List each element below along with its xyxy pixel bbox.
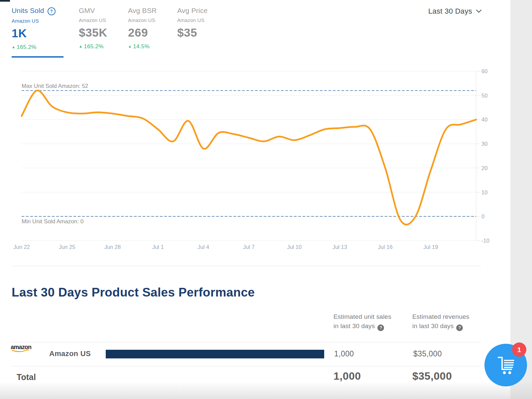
- metric-tab-avg-bsr[interactable]: Avg BSR Amazon US 269 ▲14.5%: [128, 7, 157, 50]
- metric-marketplace: Amazon US: [128, 17, 157, 23]
- y-axis-tick-label: -10: [481, 238, 489, 244]
- y-axis-tick-label: 40: [481, 116, 487, 122]
- up-arrow-icon: ▲: [128, 44, 132, 48]
- period-selector[interactable]: Last 30 Days: [428, 7, 481, 16]
- cart-count-badge: 1: [512, 342, 526, 357]
- metric-delta: ▲165.2%: [79, 43, 107, 50]
- metric-value: 269: [128, 26, 157, 39]
- total-revenue-value: $35,000: [412, 370, 452, 382]
- y-axis-tick-label: 0: [481, 213, 484, 219]
- total-label: Total: [17, 372, 36, 382]
- x-axis-tick-label: Jul 1: [152, 244, 164, 250]
- chevron-down-icon: [476, 10, 481, 13]
- metric-marketplace: Amazon US: [79, 17, 107, 23]
- metric-label: Units Sold?: [12, 7, 56, 15]
- y-axis-tick-label: 10: [481, 189, 487, 195]
- x-axis-tick-label: Jun 22: [13, 244, 30, 250]
- help-icon[interactable]: ?: [48, 7, 56, 15]
- y-axis-tick-label: 60: [481, 68, 487, 74]
- svg-text:amazon: amazon: [11, 344, 31, 350]
- help-icon[interactable]: ?: [377, 324, 384, 331]
- metric-tab-units-sold[interactable]: Units Sold? Amazon US 1K ▲165.2%: [12, 7, 56, 51]
- y-axis-tick-label: 20: [481, 165, 487, 171]
- x-axis-tick-label: Jun 25: [59, 244, 75, 250]
- right-gutter: [510, 0, 532, 399]
- up-arrow-icon: ▲: [79, 44, 82, 48]
- column-header-revenues: Estimated revenues in last 30 days?: [412, 312, 469, 331]
- annotation-label: Min Unit Sold Amazon: 0: [22, 218, 83, 225]
- x-axis-tick-label: Jul 19: [423, 244, 438, 250]
- metric-marketplace: Amazon US: [177, 17, 207, 23]
- column-header-unit-sales: Estimated unit sales in last 30 days?: [333, 312, 391, 331]
- shopping-cart-icon: [495, 354, 516, 376]
- y-axis-tick-label: 50: [481, 93, 487, 99]
- row-units-value: 1,000: [334, 349, 354, 358]
- total-units-value: 1,000: [333, 370, 361, 382]
- metric-tab-avg-price[interactable]: Avg Price Amazon US $35: [177, 7, 207, 39]
- metric-tab-gmv[interactable]: GMV Amazon US $35K ▲165.2%: [79, 7, 107, 50]
- metric-delta: ▲165.2%: [12, 44, 56, 51]
- row-revenue-value: $35,000: [413, 349, 442, 358]
- units-sold-line-chart: 6050403020100-10Jun 22Jun 25Jun 28Jul 1J…: [0, 65, 499, 265]
- metric-value: $35: [177, 26, 207, 39]
- units-sold-series-line: [22, 91, 476, 225]
- x-axis-tick-label: Jul 10: [287, 244, 302, 250]
- corner-notch: [0, 0, 10, 2]
- marketplace-name: Amazon US: [49, 349, 91, 358]
- metric-label: GMV: [79, 7, 107, 15]
- x-axis-tick-label: Jun 28: [104, 244, 121, 250]
- x-axis-tick-label: Jul 4: [198, 244, 209, 250]
- metric-value: 1K: [12, 27, 56, 40]
- x-axis-tick-label: Jul 7: [243, 244, 255, 250]
- metric-delta: ▲14.5%: [128, 43, 157, 50]
- bottom-fade: [0, 382, 532, 399]
- metric-value: $35K: [79, 26, 107, 39]
- section-divider: [12, 266, 481, 266]
- metric-marketplace: Amazon US: [12, 18, 56, 24]
- help-icon[interactable]: ?: [456, 324, 463, 331]
- amazon-logo: amazon: [11, 343, 37, 353]
- active-tab-underline: [12, 56, 64, 58]
- row-divider: [12, 342, 481, 342]
- y-axis-tick-label: 30: [481, 141, 487, 147]
- metric-label: Avg Price: [177, 7, 207, 15]
- up-arrow-icon: ▲: [12, 45, 15, 49]
- period-selector-label: Last 30 Days: [428, 7, 472, 16]
- annotation-label: Max Unit Sold Amazon: 52: [22, 83, 88, 89]
- metric-label: Avg BSR: [128, 7, 157, 15]
- x-axis-tick-label: Jul 13: [332, 244, 347, 250]
- x-axis-tick-label: Jul 16: [378, 244, 393, 250]
- row-divider: [12, 366, 481, 366]
- section-title: Last 30 Days Product Sales Performance: [12, 286, 255, 299]
- sales-analytics-dashboard: Units Sold? Amazon US 1K ▲165.2% GMV Ama…: [0, 0, 532, 399]
- unit-sales-bar: [106, 350, 324, 358]
